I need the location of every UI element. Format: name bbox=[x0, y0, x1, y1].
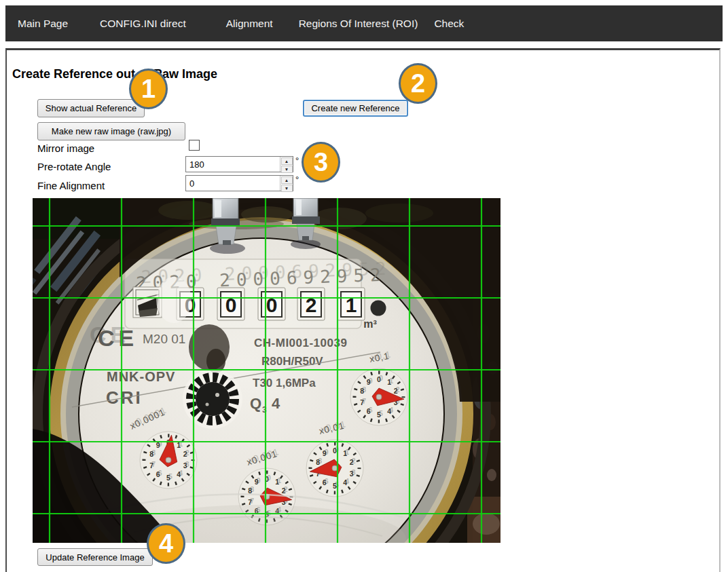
fine-alignment-degree-unit: ° bbox=[295, 174, 299, 185]
nav-item-alignment[interactable]: Alignment bbox=[226, 18, 273, 30]
svg-text:7: 7 bbox=[360, 398, 364, 406]
ce-mark: CE bbox=[98, 325, 138, 351]
svg-text:3: 3 bbox=[183, 461, 187, 470]
nav-item-roi[interactable]: Regions Of Interest (ROI) bbox=[299, 18, 418, 30]
mirror-image-checkbox[interactable] bbox=[189, 140, 200, 151]
show-actual-reference-button[interactable]: Show actual Reference bbox=[37, 99, 145, 117]
svg-text:2: 2 bbox=[394, 387, 398, 395]
svg-text:4: 4 bbox=[387, 407, 391, 415]
approval-code: M20 01 bbox=[143, 332, 185, 346]
nav-bar: Main Page CONFIG.INI direct Alignment Re… bbox=[5, 5, 723, 41]
create-new-reference-button[interactable]: Create new Reference bbox=[303, 100, 408, 117]
svg-text:6: 6 bbox=[156, 470, 160, 478]
spinner-down-icon[interactable]: ▼ bbox=[281, 185, 293, 192]
svg-text:4: 4 bbox=[343, 478, 347, 487]
svg-text:0: 0 bbox=[377, 375, 381, 383]
pre-rotate-angle-input[interactable]: 180 ▲ ▼ bbox=[185, 156, 293, 172]
svg-text:2: 2 bbox=[183, 450, 187, 458]
counter-dot bbox=[371, 301, 386, 316]
svg-text:8: 8 bbox=[316, 458, 320, 466]
fine-alignment-value: 0 bbox=[186, 176, 280, 191]
fine-alignment-spinner: ▲ ▼ bbox=[280, 176, 293, 191]
q-prefix: Q bbox=[250, 395, 261, 412]
svg-text:4: 4 bbox=[177, 470, 181, 478]
nav-item-check[interactable]: Check bbox=[434, 18, 464, 30]
annotation-circle-2: 2 bbox=[399, 63, 437, 104]
temp-pressure: T30 1,6MPa bbox=[253, 377, 316, 389]
svg-text:9: 9 bbox=[323, 449, 327, 457]
nav-item-main-page[interactable]: Main Page bbox=[18, 18, 68, 30]
brand-name: MNK-OPV bbox=[107, 369, 175, 384]
spinner-up-icon[interactable]: ▲ bbox=[281, 176, 293, 184]
pre-rotate-angle-value: 180 bbox=[186, 157, 280, 172]
counter-unit: m³ bbox=[363, 318, 377, 330]
svg-text:6: 6 bbox=[323, 478, 327, 487]
fine-alignment-label: Fine Alignment bbox=[37, 180, 105, 191]
svg-text:9: 9 bbox=[255, 478, 259, 486]
pre-rotate-angle-label: Pre-rotate Angle bbox=[37, 161, 111, 172]
screen: Main Page CONFIG.INI direct Alignment Re… bbox=[0, 0, 728, 572]
pre-rotate-degree-unit: ° bbox=[295, 155, 299, 166]
pre-rotate-spinner: ▲ ▼ bbox=[280, 157, 293, 172]
svg-text:8: 8 bbox=[360, 387, 364, 395]
svg-text:0: 0 bbox=[333, 446, 337, 455]
svg-text:2: 2 bbox=[282, 487, 286, 495]
update-reference-image-button[interactable]: Update Reference Image bbox=[37, 548, 153, 566]
svg-text:1: 1 bbox=[275, 478, 279, 486]
nav-item-config-ini[interactable]: CONFIG.INI direct bbox=[100, 18, 186, 30]
svg-text:9: 9 bbox=[367, 378, 371, 386]
svg-text:7: 7 bbox=[149, 461, 153, 470]
page-title: Create Reference out of Raw Image bbox=[12, 67, 217, 81]
q-value: 4 bbox=[272, 395, 280, 412]
svg-text:3: 3 bbox=[350, 470, 354, 478]
mirror-image-label: Mirror image bbox=[37, 142, 94, 154]
svg-text:1: 1 bbox=[177, 441, 181, 449]
svg-text:5: 5 bbox=[166, 474, 170, 482]
spinner-down-icon[interactable]: ▼ bbox=[281, 166, 293, 173]
svg-text:1: 1 bbox=[343, 449, 347, 457]
annotation-circle-3: 3 bbox=[302, 142, 340, 183]
svg-text:5: 5 bbox=[333, 482, 337, 490]
retaining-clip-right bbox=[291, 198, 321, 249]
svg-text:9: 9 bbox=[156, 441, 160, 449]
spinner-up-icon[interactable]: ▲ bbox=[281, 157, 293, 165]
make-new-raw-image-button[interactable]: Make new raw image (raw.jpg) bbox=[37, 122, 185, 140]
dynamic-range: R80H/R50V bbox=[261, 355, 323, 368]
svg-text:1: 1 bbox=[387, 378, 391, 386]
svg-text:7: 7 bbox=[248, 498, 252, 506]
svg-text:5: 5 bbox=[377, 411, 381, 419]
fine-alignment-input[interactable]: 0 ▲ ▼ bbox=[185, 175, 293, 191]
type-code: CH-MI001-10039 bbox=[254, 337, 347, 349]
star-wheel bbox=[183, 369, 242, 429]
svg-text:2: 2 bbox=[350, 458, 354, 466]
annotation-circle-1: 1 bbox=[129, 69, 168, 109]
svg-text:8: 8 bbox=[149, 450, 153, 458]
annotation-circle-4: 4 bbox=[147, 523, 185, 564]
reference-image: 2020 2000692952 2020 2000692952 00021 m³… bbox=[33, 198, 500, 543]
svg-text:6: 6 bbox=[367, 407, 371, 415]
